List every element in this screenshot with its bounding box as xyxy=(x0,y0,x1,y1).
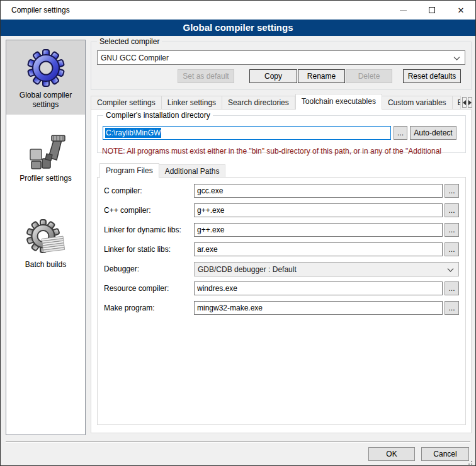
resource-compiler-browse-button[interactable]: ... xyxy=(445,281,459,295)
bin-subdirectory-note: NOTE: All programs must exist either in … xyxy=(102,147,470,156)
resource-compiler-input[interactable] xyxy=(194,281,443,295)
reset-defaults-button[interactable]: Reset defaults xyxy=(403,69,461,83)
minimize-button[interactable] xyxy=(388,1,417,20)
program-files-page: C compiler: ... C++ compiler: ... Linker… xyxy=(97,177,466,425)
compiler-settings-dialog: Compiler settings ✕ Global compiler sett… xyxy=(0,0,476,466)
debugger-select[interactable]: GDB/CDB debugger : Default xyxy=(194,262,459,276)
tab-compiler-settings[interactable]: Compiler settings xyxy=(91,96,162,110)
installation-directory-group-label: Compiler's installation directory xyxy=(103,111,213,120)
cpp-compiler-browse-button[interactable]: ... xyxy=(445,203,459,217)
sidebar-item-profiler-settings[interactable]: Profiler settings xyxy=(6,123,85,188)
paths-subtab-bar: Program Files Additional Paths xyxy=(99,163,225,178)
make-program-label: Make program: xyxy=(104,301,155,315)
c-compiler-input[interactable] xyxy=(194,184,443,198)
sidebar-item-batch-builds[interactable]: Batch builds xyxy=(6,210,85,275)
dynamic-linker-input[interactable] xyxy=(194,223,443,237)
gear-stack-icon xyxy=(26,217,66,258)
selected-compiler-group: Selected compiler GNU GCC Compiler Set a… xyxy=(91,42,472,90)
field-row-dynamic-linker: Linker for dynamic libs: ... xyxy=(98,223,465,237)
make-program-input[interactable] xyxy=(194,301,443,315)
window-title: Compiler settings xyxy=(11,6,70,14)
field-row-make-program: Make program: ... xyxy=(98,301,465,315)
sidebar-item-label: Profiler settings xyxy=(9,174,82,183)
installation-directory-browse-button[interactable]: ... xyxy=(394,126,407,140)
cancel-button[interactable]: Cancel xyxy=(421,447,469,461)
set-as-default-button[interactable]: Set as default xyxy=(178,69,234,83)
tab-linker-settings[interactable]: Linker settings xyxy=(162,96,222,110)
toolchain-executables-panel: Compiler's installation directory C:\ray… xyxy=(91,109,472,433)
rename-button[interactable]: Rename xyxy=(298,69,345,83)
close-icon: ✕ xyxy=(458,6,465,14)
c-compiler-label: C compiler: xyxy=(104,184,142,198)
installation-directory-selected-text: C:\raylib\MinGW xyxy=(105,128,161,138)
page-title: Global compiler settings xyxy=(1,20,475,36)
ok-button[interactable]: OK xyxy=(368,447,415,461)
field-row-static-linker: Linker for static libs: ... xyxy=(98,242,465,256)
sidebar-item-label: Batch builds xyxy=(9,260,82,270)
debugger-select-value: GDB/CDB debugger : Default xyxy=(198,265,297,274)
resource-compiler-label: Resource compiler: xyxy=(104,281,169,295)
tab-build-options[interactable]: Build options xyxy=(453,96,461,110)
static-linker-browse-button[interactable]: ... xyxy=(445,242,459,256)
titlebar: Compiler settings ✕ xyxy=(1,1,475,20)
caliper-icon xyxy=(26,131,66,171)
tab-scroll-right-button[interactable] xyxy=(468,97,472,108)
auto-detect-button[interactable]: Auto-detect xyxy=(410,126,456,140)
arrow-right-icon xyxy=(468,100,472,105)
tab-custom-variables[interactable]: Custom variables xyxy=(382,96,453,110)
subtab-additional-paths[interactable]: Additional Paths xyxy=(159,164,226,178)
footer-divider xyxy=(6,441,470,443)
tab-toolchain-executables[interactable]: Toolchain executables xyxy=(295,94,382,110)
c-compiler-browse-button[interactable]: ... xyxy=(445,184,459,198)
close-button[interactable]: ✕ xyxy=(446,1,475,20)
tab-scroll-left-button[interactable] xyxy=(462,97,467,108)
field-row-debugger: Debugger: GDB/CDB debugger : Default xyxy=(98,262,465,276)
installation-directory-input[interactable]: C:\raylib\MinGW xyxy=(103,126,391,140)
subtab-program-files[interactable]: Program Files xyxy=(99,163,159,178)
dynamic-linker-label: Linker for dynamic libs: xyxy=(104,223,181,237)
selected-compiler-group-label: Selected compiler xyxy=(97,37,162,46)
settings-category-sidebar: Global compiler settings Profiler settin… xyxy=(6,40,86,435)
cpp-compiler-input[interactable] xyxy=(194,203,443,217)
compiler-select[interactable]: GNU GCC Compiler xyxy=(97,50,465,65)
field-row-cpp-compiler: C++ compiler: ... xyxy=(98,203,465,217)
copy-button[interactable]: Copy xyxy=(249,69,297,83)
blue-gear-icon xyxy=(26,48,66,88)
field-row-resource-compiler: Resource compiler: ... xyxy=(98,281,465,295)
maximize-icon xyxy=(429,7,435,13)
resize-grip[interactable] xyxy=(471,461,472,462)
debugger-label: Debugger: xyxy=(104,262,139,276)
make-program-browse-button[interactable]: ... xyxy=(445,301,459,315)
settings-tab-bar: Compiler settings Linker settings Search… xyxy=(91,94,472,110)
sidebar-item-global-compiler-settings[interactable]: Global compiler settings xyxy=(6,40,85,115)
delete-button[interactable]: Delete xyxy=(346,69,392,83)
chevron-down-icon xyxy=(453,57,460,60)
maximize-button[interactable] xyxy=(417,1,446,20)
dynamic-linker-browse-button[interactable]: ... xyxy=(445,223,459,237)
field-row-c-compiler: C compiler: ... xyxy=(98,184,465,198)
chevron-down-icon xyxy=(447,268,454,272)
static-linker-label: Linker for static libs: xyxy=(104,242,171,256)
tab-search-directories[interactable]: Search directories xyxy=(222,96,295,110)
sidebar-item-label: Global compiler settings xyxy=(9,91,82,110)
minimize-icon xyxy=(400,10,407,11)
arrow-left-icon xyxy=(463,100,466,105)
static-linker-input[interactable] xyxy=(194,242,443,256)
cpp-compiler-label: C++ compiler: xyxy=(104,203,151,217)
compiler-select-value: GNU GCC Compiler xyxy=(101,54,169,62)
